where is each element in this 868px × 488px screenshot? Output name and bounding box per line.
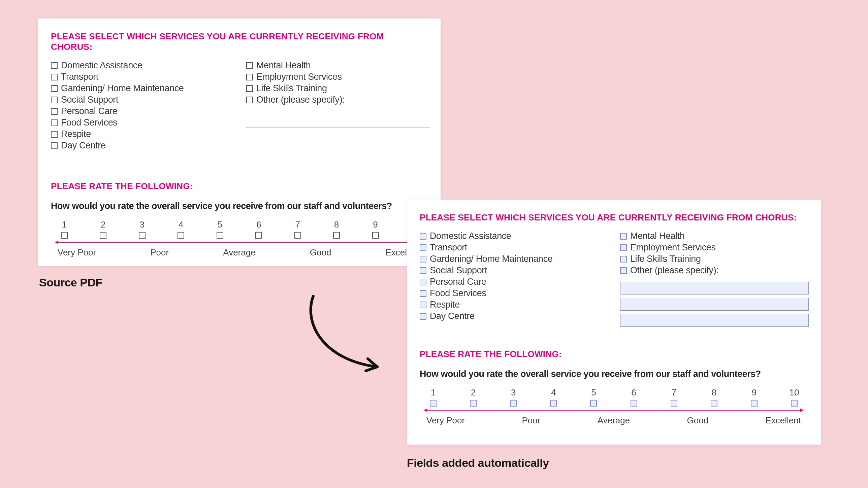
checkbox-item[interactable]: Respite — [420, 300, 607, 309]
scale-checkbox — [255, 232, 262, 239]
checkbox-icon[interactable] — [620, 267, 627, 274]
services-row: Domestic Assistance Transport Gardening/… — [420, 232, 821, 330]
rating-scale: 1 2 3 4 5 6 7 8 9 10 Very Poor Poor — [420, 387, 821, 426]
checkbox-item[interactable]: Food Services — [420, 289, 607, 298]
checkbox-label: Other (please specify): — [256, 95, 345, 104]
scale-numbers: 1 2 3 4 5 6 7 8 9 10 — [58, 220, 421, 230]
scale-label: Very Poor — [427, 415, 465, 426]
scale-label: Very Poor — [58, 247, 96, 258]
checkbox-icon[interactable] — [420, 313, 427, 320]
checkbox-icon — [51, 131, 58, 138]
rate-question: How would you rate the overall service y… — [51, 201, 428, 212]
rate-question: How would you rate the overall service y… — [420, 369, 821, 379]
scale-label: Good — [687, 415, 709, 426]
scale-num: 1 — [58, 220, 71, 230]
checkbox-icon[interactable] — [620, 244, 627, 251]
checkbox-icon — [51, 97, 58, 103]
checkbox-icon — [51, 142, 58, 149]
text-input[interactable] — [620, 314, 809, 327]
checkbox-label: Life Skills Training — [256, 84, 327, 93]
checkbox-icon[interactable] — [420, 267, 427, 274]
auto-text-fields — [620, 282, 809, 327]
checkbox-icon[interactable] — [420, 233, 427, 240]
scale-num: 3 — [135, 220, 149, 230]
scale-checkbox — [333, 232, 340, 239]
checkbox-label: Mental Health — [630, 232, 684, 241]
checkbox-item[interactable]: Day Centre — [420, 312, 607, 321]
checkbox-icon — [246, 85, 253, 92]
scale-checkbox — [61, 232, 68, 239]
services-col-1: Domestic Assistance Transport Gardening/… — [51, 61, 233, 162]
checkbox-icon[interactable] — [420, 279, 427, 285]
scale-checkbox[interactable] — [791, 400, 798, 406]
checkbox-item[interactable]: Domestic Assistance — [420, 232, 607, 241]
scale-checkbox[interactable] — [630, 400, 637, 406]
checkbox-item: Gardening/ Home Maintenance — [51, 84, 233, 93]
checkbox-label: Respite — [430, 300, 460, 309]
scale-label: Poor — [522, 415, 540, 426]
scale-num: 4 — [547, 387, 560, 398]
scale-checkbox[interactable] — [470, 400, 476, 406]
write-in-line — [246, 146, 430, 160]
scale-label: Good — [310, 247, 332, 258]
checkbox-label: Transport — [430, 243, 467, 252]
scale-checkbox[interactable] — [510, 400, 517, 406]
scale-checkbox[interactable] — [430, 400, 436, 406]
checkbox-item[interactable]: Mental Health — [620, 232, 809, 241]
scale-checkbox[interactable] — [590, 400, 597, 406]
services-col-2: Mental Health Employment Services Life S… — [620, 232, 809, 330]
checkbox-item[interactable]: Life Skills Training — [620, 254, 809, 263]
checkbox-icon — [51, 108, 58, 115]
checkbox-item[interactable]: Personal Care — [420, 277, 607, 286]
checkbox-item[interactable]: Social Support — [420, 266, 607, 275]
scale-checkbox — [100, 232, 106, 239]
checkbox-icon[interactable] — [420, 244, 427, 251]
rate-heading: PLEASE RATE THE FOLLOWING: — [51, 181, 428, 192]
scale-label: Poor — [150, 247, 169, 258]
checkbox-item: Employment Services — [246, 72, 430, 82]
checkbox-label: Life Skills Training — [630, 254, 701, 263]
scale-num: 9 — [747, 387, 761, 398]
services-heading: PLEASE SELECT WHICH SERVICES YOU ARE CUR… — [51, 31, 428, 52]
checkbox-icon[interactable] — [420, 290, 427, 297]
checkbox-label: Social Support — [61, 95, 118, 104]
checkbox-item: Other (please specify): — [246, 95, 430, 104]
scale-labels: Very Poor Poor Average Good Excellent — [58, 247, 421, 258]
checkbox-icon[interactable] — [620, 256, 627, 262]
checkbox-label: Gardening/ Home Maintenance — [61, 84, 184, 93]
scale-num: 10 — [787, 387, 801, 398]
checkbox-item: Personal Care — [51, 107, 233, 116]
scale-num: 2 — [466, 387, 480, 398]
checkbox-label: Transport — [61, 72, 98, 82]
checkbox-label: Personal Care — [430, 277, 486, 286]
text-input[interactable] — [620, 282, 809, 294]
text-input[interactable] — [620, 298, 809, 311]
rating-scale: 1 2 3 4 5 6 7 8 9 10 Very Poor Poor — [51, 220, 428, 258]
scale-checkbox[interactable] — [671, 400, 677, 406]
checkbox-item: Day Centre — [51, 141, 233, 150]
scale-checkbox[interactable] — [751, 400, 757, 406]
checkbox-label: Day Centre — [61, 141, 106, 150]
scale-checkbox — [217, 232, 223, 239]
checkbox-label: Social Support — [430, 266, 487, 275]
checkbox-item[interactable]: Transport — [420, 243, 607, 252]
checkbox-label: Food Services — [430, 289, 486, 298]
scale-num: 8 — [330, 220, 343, 230]
checkbox-icon[interactable] — [420, 256, 427, 262]
scale-checkbox — [178, 232, 184, 239]
scale-num: 6 — [252, 220, 266, 230]
checkbox-icon[interactable] — [420, 301, 427, 308]
checkbox-item[interactable]: Gardening/ Home Maintenance — [420, 254, 607, 263]
scale-checkbox[interactable] — [550, 400, 557, 406]
scale-label: Average — [597, 415, 630, 426]
services-col-2: Mental Health Employment Services Life S… — [246, 61, 430, 162]
rate-heading: PLEASE RATE THE FOLLOWING: — [420, 349, 821, 359]
scale-checkbox[interactable] — [711, 400, 717, 406]
checkbox-item[interactable]: Employment Services — [620, 243, 809, 252]
checkbox-icon[interactable] — [620, 233, 627, 240]
checkbox-item: Domestic Assistance — [51, 61, 233, 70]
write-in-line — [246, 130, 430, 144]
checkbox-icon — [51, 120, 58, 126]
checkbox-label: Day Centre — [430, 312, 474, 321]
checkbox-item[interactable]: Other (please specify): — [620, 266, 809, 275]
